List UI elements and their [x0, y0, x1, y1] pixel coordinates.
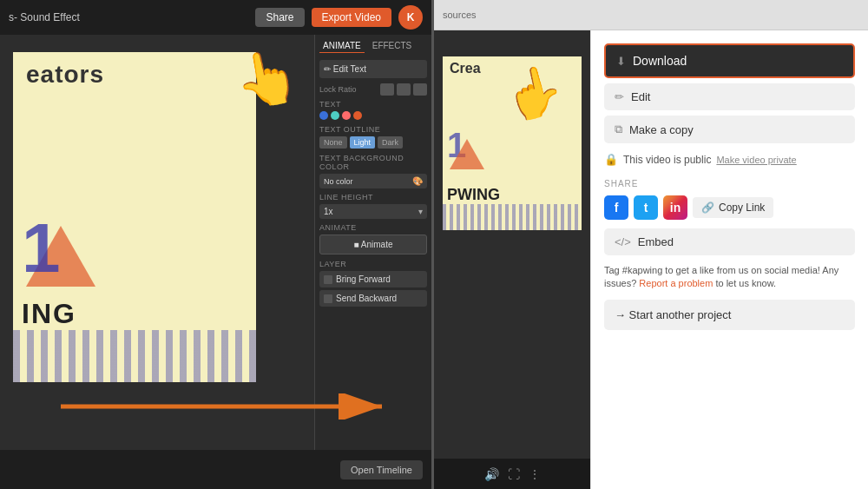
color-dot-orange[interactable]: [353, 111, 362, 120]
copy-icon: ⧉: [615, 122, 622, 136]
top-bar-right: Share Export Video K: [255, 5, 423, 30]
right-top-title: sources: [443, 10, 477, 20]
canvas-text-top: eators: [13, 52, 256, 97]
public-row: 🔒 This video is public Make video privat…: [604, 149, 855, 170]
edit-button[interactable]: ✏ Edit: [604, 83, 855, 110]
edit-label: Edit: [631, 90, 650, 103]
outline-light-btn[interactable]: Light: [350, 136, 376, 149]
download-icon: ⬇: [616, 55, 626, 68]
left-panel: s- Sound Effect Share Export Video K ⚙ S…: [0, 0, 434, 489]
dropper-icon: 🎨: [412, 176, 423, 186]
avatar: K: [398, 5, 423, 30]
social-row: f t in 🔗 Copy Link: [604, 195, 855, 220]
align-icon-3: [413, 83, 427, 96]
edit-text-button[interactable]: ✏ Edit Text: [319, 60, 427, 78]
bring-forward-btn[interactable]: Bring Forward: [319, 271, 427, 287]
canvas-stripe: [13, 330, 256, 382]
line-height-label: LINE HEIGHT: [319, 193, 427, 202]
code-icon: </>: [615, 235, 631, 248]
preview-canvas-bottom: PWING: [447, 186, 500, 204]
bottom-bar: Open Timeline: [0, 450, 431, 489]
download-button[interactable]: ⬇ Download: [604, 43, 855, 78]
open-timeline-button[interactable]: Open Timeline: [340, 460, 423, 479]
right-sidebar: ANIMATE EFFECTS ✏ Edit Text Lock Ratio T…: [314, 35, 431, 452]
share-button[interactable]: Share: [255, 8, 304, 27]
embed-label: Embed: [638, 235, 674, 248]
preview-controls: 🔊 ⛶ ⋮: [434, 459, 590, 489]
lock-ratio-label: Lock Ratio: [319, 85, 357, 94]
canvas-area: eators 1 ING: [13, 52, 256, 382]
facebook-icon[interactable]: f: [604, 195, 628, 220]
text-section-label: TEXT: [319, 100, 427, 109]
right-top-bar: sources: [434, 0, 868, 30]
align-icons: [380, 83, 427, 96]
line-height-select[interactable]: 1x ▾: [319, 204, 427, 219]
tab-effects[interactable]: EFFECTS: [369, 39, 416, 53]
public-text: This video is public: [623, 154, 711, 166]
send-backward-icon: [324, 294, 332, 303]
outline-buttons: None Light Dark: [319, 136, 427, 149]
preview-canvas-stripe: [443, 204, 582, 230]
twitter-icon[interactable]: t: [634, 195, 658, 220]
send-backward-btn[interactable]: Send Backward: [319, 290, 427, 307]
preview-triangle: [450, 139, 484, 169]
embed-button[interactable]: </> Embed: [604, 228, 855, 255]
more-icon[interactable]: ⋮: [529, 467, 541, 481]
copy-link-label: Copy Link: [719, 202, 765, 214]
color-dot-teal[interactable]: [331, 111, 339, 120]
color-dots: [319, 111, 427, 120]
lock-icon: 🔒: [604, 153, 618, 166]
export-button[interactable]: Export Video: [312, 8, 392, 27]
preview-canvas: Crea 1 PWING: [443, 56, 582, 230]
make-copy-label: Make a copy: [629, 123, 694, 136]
right-content: Crea 1 PWING 👆 🔊 ⛶ ⋮ ⬇ Download: [434, 30, 868, 489]
project-title: s- Sound Effect: [9, 11, 80, 23]
make-private-link[interactable]: Make video private: [716, 155, 796, 165]
report-link[interactable]: Report a problem: [639, 278, 713, 288]
color-dot-red[interactable]: [342, 111, 351, 120]
right-panel: sources Crea 1 PWING 👆 🔊 ⛶ ⋮: [434, 0, 868, 489]
tag-suffix: to let us know.: [715, 278, 776, 288]
edit-icon: ✏: [615, 90, 624, 103]
instagram-icon[interactable]: in: [663, 195, 687, 220]
copy-link-button[interactable]: 🔗 Copy Link: [693, 197, 773, 218]
download-label: Download: [633, 54, 687, 68]
start-another-project-button[interactable]: → Start another project: [604, 300, 855, 330]
chevron-down-icon: ▾: [418, 207, 423, 216]
sidebar-tabs: ANIMATE EFFECTS: [319, 39, 427, 53]
canvas-text-bottom: ING: [22, 298, 76, 330]
bring-forward-icon: [324, 275, 332, 284]
no-color-row: No color 🎨: [319, 174, 427, 188]
canvas-number: 1: [22, 208, 61, 288]
layer-label: LAYER: [319, 260, 427, 268]
lock-ratio-row: Lock Ratio: [319, 83, 427, 96]
no-color-value: No color: [324, 177, 353, 186]
color-dot-blue[interactable]: [319, 111, 328, 120]
volume-icon[interactable]: 🔊: [484, 467, 499, 481]
top-bar: s- Sound Effect Share Export Video K: [0, 0, 431, 35]
animate-label: ANIMATE: [319, 223, 427, 232]
outline-label: TEXT OUTLINE: [319, 125, 427, 134]
right-options-panel: ⬇ Download ✏ Edit ⧉ Make a copy 🔒 This v…: [590, 30, 868, 489]
bg-color-label: TEXT BACKGROUND COLOR: [319, 154, 427, 171]
fullscreen-icon[interactable]: ⛶: [508, 467, 520, 481]
tab-animate[interactable]: ANIMATE: [319, 39, 365, 53]
link-icon: 🔗: [701, 202, 714, 214]
outline-dark-btn[interactable]: Dark: [378, 136, 403, 149]
preview-canvas-text: Crea: [443, 56, 582, 81]
animate-button[interactable]: ■ Animate: [319, 235, 427, 254]
make-copy-button[interactable]: ⧉ Make a copy: [604, 116, 855, 143]
line-height-val: 1x: [324, 207, 333, 216]
align-icon-2: [397, 83, 411, 96]
align-icon-1: [380, 83, 394, 96]
outline-none-btn[interactable]: None: [319, 136, 347, 149]
share-section-label: SHARE: [604, 179, 855, 188]
tag-text: Tag #kapwing to get a like from us on so…: [604, 264, 855, 291]
right-preview-area: Crea 1 PWING 👆 🔊 ⛶ ⋮: [434, 30, 590, 489]
